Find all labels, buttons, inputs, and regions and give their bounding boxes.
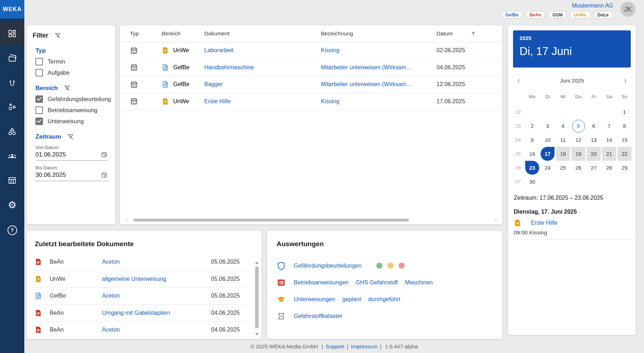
doc-name-link[interactable]: Aceton (102, 293, 211, 299)
calendar-picker-icon[interactable] (101, 171, 108, 179)
day-cell[interactable] (601, 175, 617, 189)
filter-off-icon[interactable] (63, 84, 71, 92)
badge-gefbe[interactable]: GefBe (502, 11, 523, 19)
day-cell[interactable]: 16 (525, 147, 540, 161)
day-cell[interactable]: 1 (617, 105, 632, 119)
durchgefuehrt-link[interactable]: durchgeführt (368, 296, 400, 303)
vertical-scrollbar-thumb[interactable] (255, 267, 259, 328)
day-cell-today[interactable]: 5 (571, 119, 586, 133)
badge-dole[interactable]: DoLe (594, 11, 613, 19)
event-title-link[interactable]: Erste Hilfe (531, 220, 557, 226)
day-cell-in-range[interactable]: 21 (601, 147, 617, 161)
avatar[interactable]: JK (620, 2, 635, 17)
scroll-down-icon[interactable] (255, 333, 259, 335)
dokument-link[interactable]: Handbohrmaschine (204, 64, 321, 71)
badge-unwe[interactable]: UnWe (570, 11, 590, 19)
day-cell[interactable]: 28 (601, 161, 617, 175)
day-cell[interactable] (617, 175, 632, 189)
sidebar-item-help[interactable]: ? (0, 219, 24, 242)
sidebar-item-workflows[interactable] (0, 71, 24, 94)
gefahrstoffkataster-link[interactable]: Gefahrstoffkataster (294, 313, 342, 319)
badge-gsm[interactable]: GSM (548, 11, 566, 19)
unterweisungen-link[interactable]: Unterweisungen (294, 296, 335, 303)
calendar-picker-icon[interactable] (101, 151, 108, 158)
day-cell[interactable]: 9 (525, 133, 540, 147)
calendar-year[interactable]: 2025 (519, 35, 624, 41)
company-link[interactable]: Mustermann AG (572, 3, 613, 9)
bezeichnung-link[interactable]: Mitarbeiter unterweisen (Wirksam… (321, 64, 436, 71)
day-cell-range-end[interactable]: 23 (525, 161, 540, 175)
von-datum-input[interactable]: 01.06.2025 (35, 150, 108, 161)
bezeichnung-link[interactable]: Kissing (321, 47, 436, 54)
day-cell[interactable] (540, 105, 555, 119)
filter-off-icon[interactable] (67, 133, 74, 140)
gefaehrdungsbeurteilungen-link[interactable]: Gefährdungsbeurteilungen (294, 263, 361, 269)
bezeichnung-link[interactable]: Mitarbeiter unterweisen (Wirksam… (321, 81, 436, 88)
list-item[interactable]: GefBe Aceton 05.06.2025 (35, 288, 246, 305)
dokument-link[interactable]: Laborarbeit (204, 47, 321, 54)
next-month-icon[interactable] (623, 78, 628, 84)
sidebar-item-categories[interactable] (0, 120, 24, 143)
list-item[interactable]: BeAn Umgang mit Gabelstaplern 04.06.2025 (35, 305, 246, 322)
column-typ[interactable]: Typ (130, 30, 162, 37)
horizontal-scrollbar-thumb[interactable] (133, 219, 409, 222)
checkbox-termin[interactable]: Termin (35, 58, 109, 65)
geplant-link[interactable]: geplant (342, 296, 361, 303)
day-cell[interactable]: 4 (555, 119, 571, 133)
list-item[interactable]: BeAn Aceton 04.06.2025 (35, 322, 246, 338)
list-item[interactable]: UnWe allgemeine Unterweisung 05.06.2025 (35, 271, 246, 288)
day-cell[interactable]: 14 (601, 133, 617, 147)
day-cell[interactable]: 30 (525, 175, 540, 189)
previous-month-icon[interactable] (516, 78, 521, 84)
support-link[interactable]: Support (326, 343, 345, 349)
maschinen-link[interactable]: Maschinen (405, 279, 433, 286)
table-row[interactable]: UnWe Laborarbeit Kissing 02.06.2025 (120, 42, 502, 59)
betriebsanweisungen-link[interactable]: Betriebsanweisungen (294, 279, 348, 286)
checkbox-betriebsanweisung[interactable]: Betriebsanweisung (35, 106, 109, 114)
doc-name-link[interactable]: allgemeine Unterweisung (102, 276, 211, 282)
ghs-gefahrstoff-link[interactable]: GHS Gefahrstoff (356, 279, 398, 286)
sidebar-item-settings[interactable]: ⚙ (0, 194, 24, 217)
day-cell[interactable]: 13 (586, 133, 601, 147)
day-cell[interactable]: 11 (555, 133, 571, 147)
day-cell[interactable]: 12 (571, 133, 586, 147)
day-cell[interactable]: 3 (540, 119, 555, 133)
day-cell[interactable] (571, 175, 586, 189)
impressum-link[interactable]: Impressum (351, 343, 377, 349)
day-cell[interactable] (540, 175, 555, 189)
day-cell[interactable]: 2 (525, 119, 540, 133)
day-cell[interactable] (601, 105, 617, 119)
day-cell[interactable]: 7 (601, 119, 617, 133)
day-cell[interactable]: 27 (586, 161, 601, 175)
list-item[interactable]: BeAn Aceton 05.06.2025 (35, 254, 246, 271)
day-cell-in-range[interactable]: 22 (617, 147, 632, 161)
sidebar-item-tables[interactable] (0, 169, 24, 192)
doc-name-link[interactable]: Umgang mit Gabelstaplern (102, 310, 211, 316)
day-cell-in-range[interactable]: 18 (555, 147, 571, 161)
column-bereich[interactable]: Bereich (162, 30, 204, 37)
sort-ascending-icon[interactable] (470, 30, 477, 37)
day-cell[interactable] (586, 175, 601, 189)
sidebar-item-analysis[interactable] (0, 95, 24, 118)
day-cell[interactable] (555, 105, 571, 119)
day-cell[interactable] (525, 105, 540, 119)
day-cell[interactable]: 6 (586, 119, 601, 133)
dokument-link[interactable]: Erste Hilfe (204, 98, 321, 105)
badge-bean[interactable]: BeAn (526, 11, 545, 19)
day-cell[interactable]: 29 (617, 161, 632, 175)
day-cell[interactable]: 25 (555, 161, 571, 175)
sidebar-item-dashboard[interactable] (0, 22, 24, 45)
day-cell[interactable] (555, 175, 571, 189)
day-cell[interactable] (586, 105, 601, 119)
table-row[interactable]: GefBe Handbohrmaschine Mitarbeiter unter… (120, 59, 502, 76)
doc-name-link[interactable]: Aceton (102, 327, 211, 333)
column-datum[interactable]: Datum (436, 30, 477, 37)
sidebar-item-documents[interactable] (0, 46, 24, 69)
day-cell[interactable]: 15 (617, 133, 632, 147)
scroll-right-icon[interactable]: › (495, 217, 497, 223)
checkbox-unterweisung[interactable]: Unterweisung (35, 118, 109, 125)
day-cell[interactable]: 24 (540, 161, 555, 175)
column-bezeichnung[interactable]: Bezeichnung (321, 30, 436, 37)
sidebar-item-persons[interactable] (0, 145, 24, 168)
dokument-link[interactable]: Bagger (204, 81, 321, 88)
